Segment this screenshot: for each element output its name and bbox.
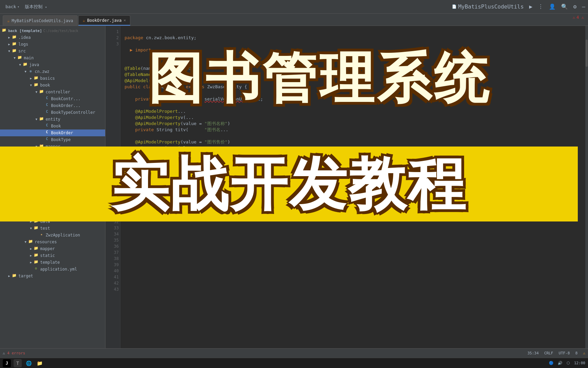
error-icon: ⚠ bbox=[573, 15, 575, 20]
tab-close-icon[interactable]: ✕ bbox=[124, 18, 126, 22]
sidebar-root[interactable]: 📁 back [template] C:/code/test/back bbox=[0, 27, 105, 34]
tree-bookmapper[interactable]: ▶ C BookMapper bbox=[0, 150, 105, 157]
taskbar-browser[interactable]: 🌐 bbox=[24, 359, 33, 367]
tree-target[interactable]: ▶ 📁 target bbox=[0, 273, 105, 279]
back-button[interactable]: back ▾ bbox=[3, 3, 22, 10]
folder-icon: 📁 bbox=[33, 219, 39, 224]
taskbar-jetbrains[interactable]: J bbox=[3, 359, 11, 367]
tree-label: ZwzApplication bbox=[46, 233, 80, 237]
package-icon: ◉ bbox=[28, 69, 33, 74]
tab-label: MyBatisPlusCodeUtils.java bbox=[12, 18, 73, 23]
tree-book-entity[interactable]: ▶ C Book bbox=[0, 123, 105, 129]
tree-mapper[interactable]: ▼ 📁 mapper bbox=[0, 143, 105, 150]
tree-label: BookC... bbox=[51, 158, 71, 163]
folder-icon: 📁 bbox=[12, 273, 17, 279]
scrollbar[interactable] bbox=[585, 26, 588, 361]
tree-template[interactable]: ▶ 📁 template bbox=[0, 259, 105, 266]
folder-icon: 📁 bbox=[39, 144, 44, 149]
tree-idea[interactable]: ▶ 📁 .idea bbox=[0, 34, 105, 41]
interface-icon: I bbox=[44, 178, 50, 183]
class-icon: C bbox=[44, 137, 50, 142]
tree-bookorder-entity[interactable]: ▶ C BookOrder bbox=[0, 129, 105, 136]
top-bar-right: 📄 MyBatisPlusCodeUtils ▶ ⋮ 👤 🔍 ⚙ — bbox=[452, 3, 585, 10]
tree-service[interactable]: ▼ 📁 service bbox=[0, 170, 105, 177]
encoding[interactable]: UTF-8 bbox=[559, 351, 570, 355]
tree-iboo-impl[interactable]: ▶ I IBoo... bbox=[0, 204, 105, 211]
tree-static[interactable]: ▶ 📁 static bbox=[0, 252, 105, 259]
tree-resources[interactable]: ▼ 📁 resources bbox=[0, 239, 105, 245]
sidebar[interactable]: 📁 back [template] C:/code/test/back ▶ 📁 … bbox=[0, 26, 105, 361]
tree-label: logs bbox=[18, 42, 28, 47]
tree-bookorder-ctrl[interactable]: ▶ C BookOrder... bbox=[0, 102, 105, 109]
class-icon: C bbox=[44, 96, 50, 102]
folder-icon: 📁 bbox=[33, 82, 39, 88]
tree-cn-zwz[interactable]: ▼ ◉ cn.zwz bbox=[0, 68, 105, 75]
taskbar-files[interactable]: 📁 bbox=[35, 359, 44, 367]
tree-label: java bbox=[29, 62, 39, 67]
tree-mapper-res[interactable]: ▶ 📁 mapper bbox=[0, 245, 105, 252]
taskbar-text[interactable]: T bbox=[14, 359, 22, 367]
tree-bookcontr[interactable]: ▶ C BookContr... bbox=[0, 95, 105, 102]
tree-basics[interactable]: ▶ 📁 basics bbox=[0, 75, 105, 82]
tree-logs[interactable]: ▶ 📁 logs bbox=[0, 41, 105, 48]
position-indicator: 35:34 bbox=[527, 351, 539, 355]
line-numbers: 1 2 3 22 bbox=[105, 26, 120, 361]
tab-mybatis[interactable]: ☕ MyBatisPlusCodeUtils.java bbox=[3, 15, 78, 26]
taskbar-battery[interactable]: ⬡ bbox=[567, 361, 570, 365]
taskbar: J T 🌐 📁 🔵 🔊 ⬡ 12:00 bbox=[0, 358, 588, 368]
more-icon[interactable]: ⋮ bbox=[538, 3, 543, 10]
breadcrumb-path: ⚠ 4 errors bbox=[3, 351, 25, 355]
tab-bookorder[interactable]: ☕ BookOrder.java ✕ bbox=[78, 15, 130, 26]
tree-svcimpl[interactable]: ▼ 📁 serviceImpl bbox=[0, 191, 105, 198]
tree-label: mapper bbox=[46, 144, 60, 149]
tree-zwzapp[interactable]: ▶ ★ ZwzApplication bbox=[0, 232, 105, 239]
editor-area[interactable]: 1 2 3 22 bbox=[105, 26, 588, 361]
tree-label: service bbox=[46, 171, 63, 176]
root-path: C:/code/test/back bbox=[43, 29, 78, 33]
tree-label: BookMapper bbox=[51, 151, 76, 156]
code-lines[interactable]: package cn.zwz.book.entity; ▶ import ...… bbox=[120, 26, 588, 361]
tree-java[interactable]: ▼ 📁 java bbox=[0, 61, 105, 68]
tree-label: IBookOr... bbox=[51, 178, 76, 183]
line-ending[interactable]: CRLF bbox=[544, 351, 553, 355]
tree-entity[interactable]: ▼ 📁 entity bbox=[0, 116, 105, 123]
tree-label: BookOrder... bbox=[51, 103, 81, 108]
folder-icon: 📁 bbox=[39, 117, 44, 122]
scrollbar-thumb[interactable] bbox=[586, 40, 588, 67]
class-icon: C bbox=[44, 130, 50, 136]
interface-icon: I bbox=[44, 185, 50, 190]
tree-label: controller bbox=[46, 90, 70, 94]
tree-book-svc[interactable]: ▶ I Book... bbox=[0, 184, 105, 191]
taskbar-audio[interactable]: 🔊 bbox=[558, 361, 562, 365]
search-icon[interactable]: 🔍 bbox=[561, 3, 568, 10]
taskbar-network[interactable]: 🔵 bbox=[549, 361, 554, 365]
tree-ibooktype-impl[interactable]: ▶ C IBookTypeServiceImpl bbox=[0, 211, 105, 218]
settings-icon[interactable]: ⚙ bbox=[573, 3, 577, 10]
tree-booktype-entity[interactable]: ▶ C BookType bbox=[0, 136, 105, 143]
tree-label: book bbox=[40, 83, 50, 88]
tree-bookt-mapper[interactable]: ▶ C BookT... bbox=[0, 164, 105, 170]
version-control-button[interactable]: 版本控制 ▾ bbox=[22, 3, 50, 11]
folder-icon: 📁 bbox=[39, 171, 44, 177]
tree-controller[interactable]: ▼ 📁 controller bbox=[0, 89, 105, 95]
tree-bookc-mapper[interactable]: ▶ C BookC... bbox=[0, 157, 105, 164]
tree-booktype-ctrl[interactable]: ▶ C BookTypeController bbox=[0, 109, 105, 116]
run-icon[interactable]: ▶ bbox=[529, 3, 533, 10]
tree-data[interactable]: ▶ 📁 data bbox=[0, 218, 105, 225]
tree-label: cn.zwz bbox=[35, 69, 49, 74]
back-label: back bbox=[5, 4, 16, 9]
tree-book[interactable]: ▼ 📁 book bbox=[0, 82, 105, 89]
tree-app-yml[interactable]: ▶ ⚙ application.yml bbox=[0, 266, 105, 273]
user-icon[interactable]: 👤 bbox=[549, 3, 556, 10]
class-icon: C bbox=[44, 110, 50, 115]
tree-test[interactable]: ▼ 📁 test bbox=[0, 225, 105, 232]
tree-label: BookOrder bbox=[51, 131, 73, 135]
class-icon: ★ bbox=[39, 232, 44, 238]
tab-icon-2: ☕ bbox=[83, 18, 85, 23]
tree-ibookor-impl[interactable]: ▶ I IBookOr... bbox=[0, 198, 105, 204]
minimize-icon[interactable]: — bbox=[582, 3, 585, 10]
tree-src[interactable]: ▼ 📁 src bbox=[0, 48, 105, 55]
tree-ibookor[interactable]: ▶ I IBookOr... bbox=[0, 177, 105, 184]
tree-main[interactable]: ▼ 📁 main bbox=[0, 55, 105, 61]
class-icon: C bbox=[44, 103, 50, 108]
